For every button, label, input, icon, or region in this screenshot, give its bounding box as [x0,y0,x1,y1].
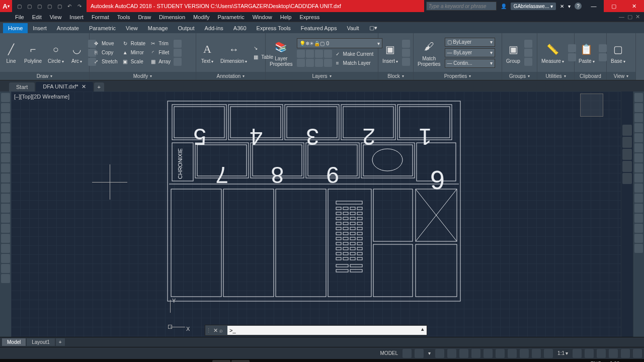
make-current-button[interactable]: ✓Make Current [333,50,375,58]
fillet-button[interactable]: ◜Fillet [148,49,172,57]
menu-parametric[interactable]: Parametric [217,14,244,20]
menu-insert[interactable]: Insert [69,14,84,20]
cmd-history-icon[interactable]: ▴ [419,326,427,335]
qat-open-icon[interactable]: ▢ [25,2,33,10]
signin-icon[interactable]: 👤 [501,4,507,9]
mod-rotate-icon[interactable] [634,153,643,162]
modify-misc-icon[interactable] [174,49,182,57]
user-menu[interactable]: GAbrielasawe... ▾ [511,3,556,10]
menu-express[interactable]: Express [299,14,319,20]
layer-tool-icon[interactable] [315,50,323,58]
paste-button[interactable]: 📋Paste [577,40,597,65]
sb-cycling-icon[interactable] [532,349,541,358]
tab-parametric[interactable]: Parametric [84,23,121,33]
panel-view-label[interactable]: View [607,72,635,80]
stretch-button[interactable]: ⤢Stretch [92,58,119,66]
text-button[interactable]: AText [198,40,216,65]
doc-restore-icon[interactable]: ▢ [627,14,632,20]
mod-erase-icon[interactable] [634,93,643,102]
tab-featured[interactable]: Featured Apps [296,23,342,33]
cmd-search-icon[interactable]: ⌕ [219,327,227,333]
nav-pan-icon[interactable] [622,137,632,148]
scale-button[interactable]: ▣Scale [121,58,146,66]
panel-modify-label[interactable]: Modify [90,72,196,80]
qat-undo-icon[interactable]: ↶ [65,2,73,10]
modify-misc-icon[interactable] [174,40,182,48]
layer-tool-icon[interactable] [297,59,305,67]
array-button[interactable]: ▦Array [148,58,172,66]
panel-properties-label[interactable]: Properties [414,72,502,80]
block-tool-icon[interactable] [402,49,410,57]
viewcube[interactable] [577,94,607,124]
tool-arc-icon[interactable] [1,143,10,152]
mod-chamfer-icon[interactable] [634,224,643,233]
layer-tool-icon[interactable] [324,50,332,58]
linetype-dropdown[interactable]: — Contin...▾ [445,59,495,68]
mod-copy-icon[interactable] [634,103,643,112]
mod-join-icon[interactable] [634,214,643,223]
tool-point-icon[interactable] [1,214,10,223]
mod-trim-icon[interactable] [634,184,643,193]
file-tab-add[interactable]: + [94,82,104,92]
tool-polyline-icon[interactable] [1,113,10,122]
menu-help[interactable]: Help [280,14,292,20]
sb-grid-icon[interactable] [403,349,412,358]
sb-snap-icon[interactable] [415,349,424,358]
file-tab-start[interactable]: Start [9,82,35,92]
menu-tools[interactable]: Tools [117,14,130,20]
tool-revision-icon[interactable] [1,163,10,172]
doc-close-icon[interactable]: ✕ [635,14,640,20]
viewport[interactable]: [–][Top][2D Wireframe] 5 4 3 2 1 [11,92,621,337]
clip-tool-icon[interactable] [599,44,607,52]
mod-extend-icon[interactable] [634,194,643,203]
tab-output[interactable]: Output [173,23,200,33]
layer-tool-icon[interactable] [297,50,305,58]
menu-window[interactable]: Window [253,14,272,20]
cmd-close-icon[interactable]: ✕ [211,327,219,334]
menu-draw[interactable]: Draw [138,14,151,20]
sb-iso-icon[interactable] [459,349,468,358]
ribbon-cycle-icon[interactable]: ▢▾ [364,23,382,33]
tool-insert-icon[interactable] [1,194,10,203]
tool-rectangle-icon[interactable] [1,133,10,142]
panel-draw-label[interactable]: Draw [0,72,89,80]
sb-hardware-icon[interactable] [597,349,606,358]
layer-tool-icon[interactable] [306,50,314,58]
viewport-controls[interactable]: [–][Top][2D Wireframe] [14,94,69,100]
nav-showmotion-icon[interactable] [622,173,632,184]
tb-excel-icon[interactable]: X [174,360,192,362]
arc-button[interactable]: ◡Arc [68,40,86,65]
close-button[interactable]: ✕ [624,0,644,12]
mod-break-icon[interactable] [634,204,643,213]
tb-fusion-icon[interactable]: F [212,360,230,362]
trim-button[interactable]: ✂Trim [148,40,172,48]
tool-ellipse-icon[interactable] [1,184,10,193]
mod-stretch-icon[interactable] [634,173,643,183]
tool-circle-icon[interactable] [1,153,10,162]
lineweight-dropdown[interactable]: — ByLayer▾ [445,48,495,57]
sb-3dosnap-icon[interactable] [484,349,493,358]
insert-block-button[interactable]: ▣Insert [380,40,400,65]
layout-layout1[interactable]: Layout1 [27,338,55,346]
sb-custom-icon[interactable] [633,349,642,358]
qat-redo-icon[interactable]: ↷ [75,2,84,10]
color-dropdown[interactable]: ▢ ByLayer▾ [445,38,495,47]
panel-annotation-label[interactable]: Annotation [196,72,265,80]
tab-insert[interactable]: Insert [28,23,52,33]
tool-make-icon[interactable] [1,204,10,213]
layer-properties-button[interactable]: 📚Layer Properties [268,38,295,68]
group-tool-icon[interactable] [524,40,532,48]
menu-view[interactable]: View [50,14,62,20]
menu-edit[interactable]: Edit [32,14,42,20]
clip-tool-icon[interactable] [599,53,607,61]
tool-table-icon[interactable] [1,254,10,263]
mod-fillet-icon[interactable] [634,234,643,243]
modify-misc-icon[interactable] [174,58,182,66]
tool-gradient-icon[interactable] [1,234,10,243]
mod-mirror-icon[interactable] [634,113,643,122]
move-button[interactable]: ✥Move [92,40,119,48]
mirror-button[interactable]: ▲Mirror [121,49,146,57]
qat-print-icon[interactable]: ▢ [55,2,63,10]
mod-offset-icon[interactable] [634,123,643,132]
sb-otrack-icon[interactable] [496,349,505,358]
